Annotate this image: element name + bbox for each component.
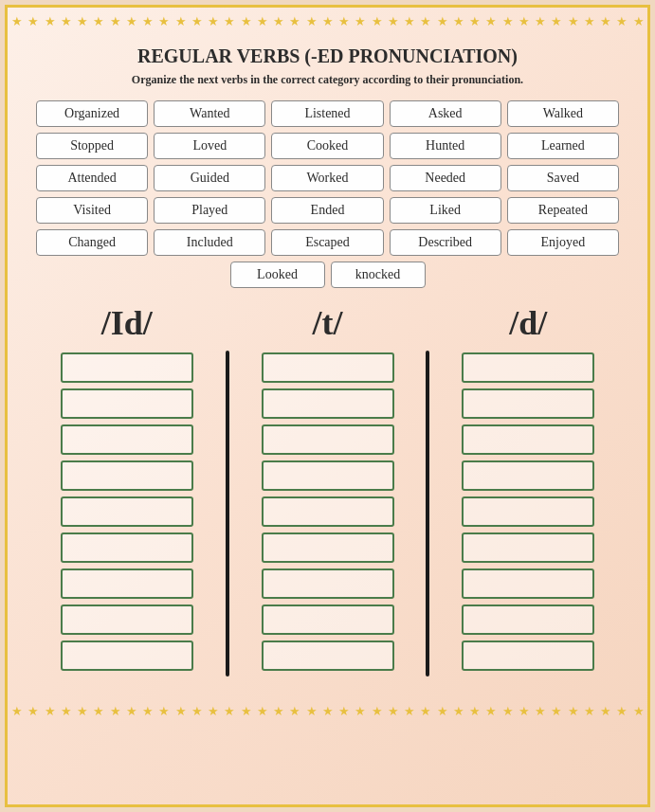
verb-asked[interactable]: Asked (390, 100, 501, 127)
verb-described[interactable]: Described (390, 229, 501, 256)
verbs-row-4: Visited Played Ended Liked Repeated (36, 197, 619, 224)
answer-t-3[interactable] (262, 424, 394, 455)
answer-t-2[interactable] (262, 388, 394, 419)
verb-ended[interactable]: Ended (271, 197, 383, 224)
top-stars: ★ ★ ★ ★ ★ ★ ★ ★ ★ ★ ★ ★ ★ ★ ★ ★ ★ ★ ★ ★ … (11, 11, 644, 32)
verbs-row-2: Stopped Loved Cooked Hunted Learned (36, 133, 619, 159)
category-t-col: /t/ (237, 303, 419, 677)
answer-id-3[interactable] (61, 424, 193, 455)
verb-repeated[interactable]: Repeated (507, 197, 619, 224)
verb-played[interactable]: Played (154, 197, 265, 224)
verbs-row-1: Organized Wanted Listened Asked Walked (36, 100, 619, 127)
verb-enjoyed[interactable]: Enjoyed (507, 229, 619, 256)
verb-visited[interactable]: Visited (36, 197, 148, 224)
answer-d-2[interactable] (462, 388, 594, 419)
verb-attended[interactable]: Attended (36, 165, 148, 191)
answer-id-1[interactable] (61, 352, 193, 383)
verb-knocked[interactable]: knocked (331, 262, 426, 288)
answer-t-1[interactable] (262, 352, 394, 383)
answer-t-5[interactable] (262, 496, 394, 527)
categories-section: /Id/ /t/ (36, 303, 619, 677)
page-title: REGULAR VERBS (-ED PRONUNCIATION) (27, 45, 628, 67)
answer-d-8[interactable] (462, 604, 594, 635)
answer-id-4[interactable] (61, 460, 193, 491)
verbs-row-5: Changed Included Escaped Described Enjoy… (36, 229, 619, 256)
answer-d-1[interactable] (462, 352, 594, 383)
subtitle: Organize the next verbs in the correct c… (27, 73, 628, 87)
verb-worked[interactable]: Worked (271, 165, 383, 191)
verb-changed[interactable]: Changed (36, 229, 148, 256)
verb-cooked[interactable]: Cooked (271, 133, 383, 159)
answer-d-4[interactable] (462, 460, 594, 491)
answer-d-3[interactable] (462, 424, 594, 455)
category-id-label: /Id/ (101, 303, 153, 343)
verb-looked[interactable]: Looked (230, 262, 325, 288)
answer-id-2[interactable] (61, 388, 193, 419)
verb-saved[interactable]: Saved (507, 165, 619, 191)
answer-t-6[interactable] (262, 532, 394, 563)
answer-id-7[interactable] (61, 568, 193, 599)
verb-needed[interactable]: Needed (390, 165, 501, 191)
answer-d-6[interactable] (462, 532, 594, 563)
verb-loved[interactable]: Loved (154, 133, 265, 159)
verb-listened[interactable]: Listened (271, 100, 383, 127)
answer-d-9[interactable] (462, 641, 594, 671)
verb-wanted[interactable]: Wanted (154, 100, 265, 127)
verb-walked[interactable]: Walked (507, 100, 619, 127)
verbs-grid: Organized Wanted Listened Asked Walked S… (27, 100, 628, 256)
answer-t-9[interactable] (262, 641, 394, 671)
answer-id-6[interactable] (61, 532, 193, 563)
verb-included[interactable]: Included (154, 229, 265, 256)
verb-escaped[interactable]: Escaped (271, 229, 383, 256)
category-id-col: /Id/ (36, 303, 218, 677)
verb-liked[interactable]: Liked (390, 197, 501, 224)
answer-id-9[interactable] (61, 641, 193, 671)
answer-id-8[interactable] (61, 604, 193, 635)
answer-d-7[interactable] (462, 568, 594, 599)
verb-stopped[interactable]: Stopped (36, 133, 148, 159)
bottom-stars: ★ ★ ★ ★ ★ ★ ★ ★ ★ ★ ★ ★ ★ ★ ★ ★ ★ ★ ★ ★ … (11, 701, 644, 722)
answer-t-7[interactable] (262, 568, 394, 599)
category-t-label: /t/ (313, 303, 343, 343)
answer-id-5[interactable] (61, 496, 193, 527)
verb-learned[interactable]: Learned (507, 133, 619, 159)
category-d-col: /d/ (437, 303, 619, 677)
verb-guided[interactable]: Guided (154, 165, 265, 191)
answer-t-4[interactable] (262, 460, 394, 491)
verbs-row-6: Looked knocked (36, 262, 619, 288)
verb-organized[interactable]: Organized (36, 100, 148, 127)
verb-hunted[interactable]: Hunted (390, 133, 501, 159)
answer-t-8[interactable] (262, 604, 394, 635)
category-d-label: /d/ (509, 303, 547, 343)
divider-left (226, 351, 229, 677)
verbs-row-3: Attended Guided Worked Needed Saved (36, 165, 619, 191)
divider-right (426, 351, 429, 677)
answer-d-5[interactable] (462, 496, 594, 527)
